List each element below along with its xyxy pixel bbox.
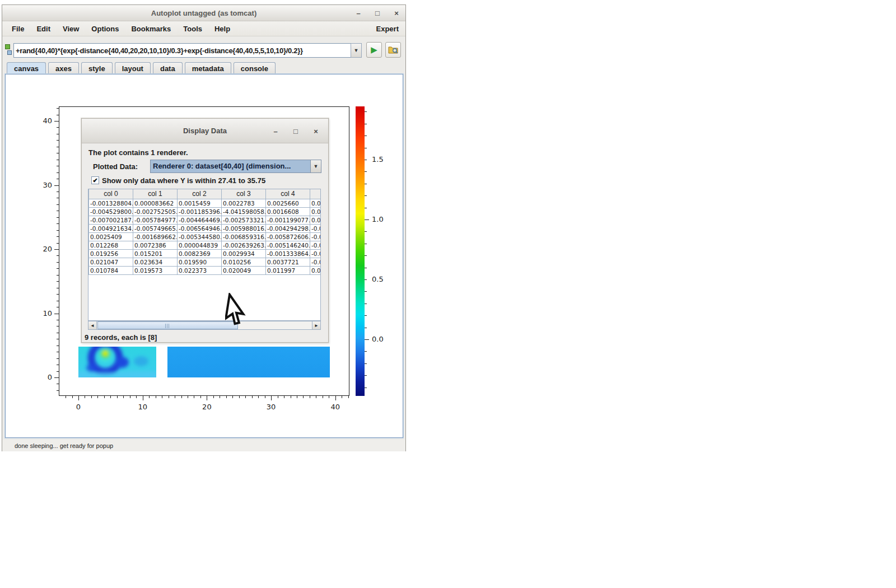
- table-header[interactable]: col 3: [222, 189, 266, 199]
- table-row[interactable]: -0.004529800...-0.002752505...-0.0011853…: [89, 207, 321, 216]
- table-cell[interactable]: -0.0: [310, 258, 321, 266]
- go-play-button[interactable]: ▶: [366, 42, 382, 58]
- tab-style[interactable]: style: [81, 62, 113, 74]
- table-cell[interactable]: -0.001185396...: [178, 207, 222, 216]
- inspect-folder-button[interactable]: [385, 42, 401, 58]
- menu-item-options[interactable]: Options: [85, 22, 125, 35]
- table-cell[interactable]: 0.015201: [133, 249, 178, 258]
- table-cell[interactable]: -0.005344580...: [178, 232, 222, 241]
- menu-item-view[interactable]: View: [57, 22, 85, 35]
- scroll-right-icon[interactable]: ►: [312, 321, 320, 329]
- table-cell[interactable]: 0.0022783: [222, 199, 266, 207]
- table-cell[interactable]: -0.0: [310, 224, 321, 232]
- dialog-titlebar[interactable]: Display Data – □ ×: [82, 119, 328, 143]
- table-cell[interactable]: -0.002639263...: [222, 241, 266, 249]
- table-row[interactable]: 0.0025409-0.001689662...-0.005344580...-…: [89, 232, 321, 241]
- table-cell[interactable]: -0.007002187...: [89, 216, 133, 224]
- table-cell[interactable]: 0.000044839: [178, 241, 222, 249]
- table-cell[interactable]: 0.0029934: [222, 249, 266, 258]
- table-cell[interactable]: 0.0016608: [266, 207, 310, 216]
- table-row[interactable]: -0.004921634...-0.005749665...-0.0065649…: [89, 224, 321, 232]
- table-header[interactable]: col 1: [133, 189, 178, 199]
- table-cell[interactable]: 0.0072386: [133, 241, 178, 249]
- table-cell[interactable]: -0.005784977...: [133, 216, 178, 224]
- table-cell[interactable]: -0.0: [310, 241, 321, 249]
- table-row[interactable]: 0.0192560.0152010.00823690.0029934-0.001…: [89, 249, 321, 258]
- table-cell[interactable]: 0.021047: [89, 258, 133, 266]
- scroll-left-icon[interactable]: ◄: [88, 321, 97, 329]
- table-cell[interactable]: -0.005749665...: [133, 224, 178, 232]
- maximize-icon[interactable]: □: [373, 9, 382, 17]
- table-cell[interactable]: 0.010256: [222, 258, 266, 266]
- table-cell[interactable]: 0.0025409: [89, 232, 133, 241]
- plot-canvas[interactable]: 0102030404030201001.51.00.50.0 Display D…: [5, 74, 403, 438]
- table-row[interactable]: -0.007002187...-0.005784977...-0.0044644…: [89, 216, 321, 224]
- table-row[interactable]: 0.0107840.0195730.0223730.0200490.011997…: [89, 266, 321, 274]
- menu-item-bookmarks[interactable]: Bookmarks: [125, 22, 177, 35]
- table-cell[interactable]: -0.001333864...: [266, 249, 310, 258]
- table-cell[interactable]: -0.002573321...: [222, 216, 266, 224]
- dialog-maximize-icon[interactable]: □: [291, 127, 300, 136]
- table-cell[interactable]: -0.002752505...: [133, 207, 178, 216]
- tab-axes[interactable]: axes: [48, 62, 79, 74]
- table-cell[interactable]: 0.000083662: [133, 199, 178, 207]
- table-header[interactable]: col 0: [89, 189, 133, 199]
- menu-item-edit[interactable]: Edit: [30, 22, 57, 35]
- table-cell[interactable]: -0.0: [310, 249, 321, 258]
- expert-label[interactable]: Expert: [376, 25, 405, 33]
- table-cell[interactable]: 0.00: [310, 216, 321, 224]
- table-cell[interactable]: 0.0037721: [266, 258, 310, 266]
- table-cell[interactable]: -0.006859316...: [222, 232, 266, 241]
- table-cell[interactable]: -0.004294298...: [266, 224, 310, 232]
- table-cell[interactable]: -0.001199077...: [266, 216, 310, 224]
- minimize-icon[interactable]: –: [354, 9, 363, 17]
- tab-layout[interactable]: layout: [115, 62, 151, 74]
- menu-item-file[interactable]: File: [6, 22, 30, 35]
- table-row[interactable]: 0.0122680.00723860.000044839-0.002639263…: [89, 241, 321, 249]
- tab-metadata[interactable]: metadata: [185, 62, 231, 74]
- table-cell[interactable]: -0.005988016...: [222, 224, 266, 232]
- table-row[interactable]: -0.001328804...0.0000836620.00154590.002…: [89, 199, 321, 207]
- combo-dropdown-icon[interactable]: ▼: [310, 160, 321, 172]
- menu-item-help[interactable]: Help: [208, 22, 236, 35]
- dialog-minimize-icon[interactable]: –: [271, 127, 280, 136]
- table-cell[interactable]: -0.0: [310, 232, 321, 241]
- table-cell[interactable]: -0.001328804...: [89, 199, 133, 207]
- colorbar[interactable]: [356, 106, 365, 396]
- close-icon[interactable]: ×: [392, 9, 401, 17]
- tab-data[interactable]: data: [153, 62, 183, 74]
- plotted-data-combobox[interactable]: Renderer 0: dataset[40,40] (dimension...…: [150, 160, 321, 173]
- table-header[interactable]: col 2: [178, 189, 222, 199]
- horizontal-scrollbar[interactable]: ◄ ►: [88, 321, 321, 330]
- table-cell[interactable]: 0.019590: [178, 258, 222, 266]
- table-cell[interactable]: 0.019256: [89, 249, 133, 258]
- window-titlebar[interactable]: Autoplot untagged (as tomcat) – □ ×: [2, 5, 405, 21]
- table-cell[interactable]: 0.022373: [178, 266, 222, 274]
- tab-console[interactable]: console: [234, 62, 276, 74]
- table-row[interactable]: 0.0210470.0236340.0195900.0102560.003772…: [89, 258, 321, 266]
- uri-input[interactable]: [13, 43, 351, 58]
- scrollbar-track[interactable]: [97, 321, 312, 329]
- table-cell[interactable]: 0.023634: [133, 258, 178, 266]
- table-cell[interactable]: -0.004921634...: [89, 224, 133, 232]
- dialog-close-icon[interactable]: ×: [311, 127, 320, 136]
- table-cell[interactable]: 0.0082369: [178, 249, 222, 258]
- table-cell[interactable]: -0.006564946...: [178, 224, 222, 232]
- table-cell[interactable]: 0.00: [310, 266, 321, 274]
- table-cell[interactable]: -0.004464469...: [178, 216, 222, 224]
- tab-canvas[interactable]: canvas: [7, 62, 46, 74]
- table-cell[interactable]: -0.001689662...: [133, 232, 178, 241]
- table-cell[interactable]: 0.011997: [266, 266, 310, 274]
- scrollbar-thumb[interactable]: [97, 321, 238, 329]
- table-header[interactable]: col 4: [266, 189, 310, 199]
- table-cell[interactable]: 0.012268: [89, 241, 133, 249]
- table-cell[interactable]: 0.010784: [89, 266, 133, 274]
- table-cell[interactable]: 0.00: [310, 199, 321, 207]
- uri-dropdown-icon[interactable]: ▼: [351, 43, 362, 58]
- table-cell[interactable]: -0.005872606...: [266, 232, 310, 241]
- table-cell[interactable]: 0.00: [310, 207, 321, 216]
- table-header[interactable]: [310, 189, 321, 199]
- table-cell[interactable]: -4.041598058...: [222, 207, 266, 216]
- table-cell[interactable]: 0.0025660: [266, 199, 310, 207]
- menu-item-tools[interactable]: Tools: [177, 22, 208, 35]
